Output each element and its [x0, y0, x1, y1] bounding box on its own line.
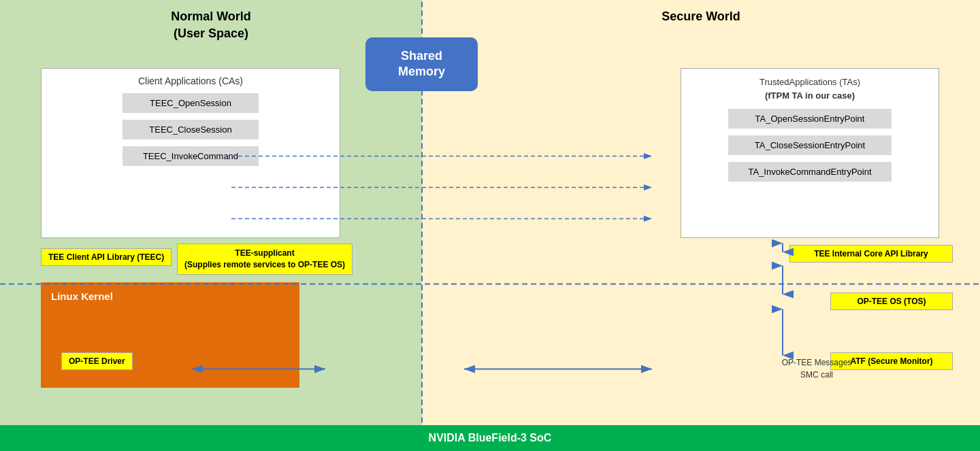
ta-item-invoke-command: TA_InvokeCommandEntryPoint: [728, 162, 892, 182]
shared-memory-label-pos: SharedMemory: [398, 49, 445, 78]
normal-world: Normal World(User Space) Client Applicat…: [0, 0, 422, 425]
tee-client-label: TEE Client API Library (TEEC): [41, 248, 172, 266]
ca-box-title: Client Applications (CAs): [52, 76, 329, 86]
ca-box: Client Applications (CAs) TEEC_OpenSessi…: [41, 68, 340, 238]
secure-world: Secure World TrustedApplications (TAs)(f…: [422, 0, 980, 425]
secure-world-title: Secure World: [422, 0, 980, 25]
tee-internal-label: TEE Internal Core API Library: [789, 245, 953, 263]
normal-world-title: Normal World(User Space): [0, 0, 422, 42]
tee-supplicant-line1: TEE-supplicant: [235, 248, 294, 258]
tee-supplicant-yellow-label: TEE-supplicant (Supplies remote services…: [177, 244, 353, 275]
optee-driver-yellow-label: OP-TEE Driver: [61, 352, 133, 370]
ta-box-title: TrustedApplications (TAs)(fTPM TA in our…: [691, 76, 928, 102]
nvidia-bar-text: NVIDIA BlueField-3 SoC: [429, 432, 552, 444]
tee-supplicant-label: TEE-supplicant (Supplies remote services…: [177, 244, 353, 275]
linux-kernel-title: Linux Kernel: [51, 290, 113, 302]
nvidia-bar: NVIDIA BlueField-3 SoC: [0, 425, 980, 451]
ta-box: TrustedApplications (TAs)(fTPM TA in our…: [681, 68, 939, 238]
ca-item-invoke-command: TEEC_InvokeCommand: [122, 146, 259, 166]
optee-driver-label: OP-TEE Driver: [61, 352, 180, 370]
tee-supplicant-line2: (Supplies remote services to OP-TEE OS): [184, 260, 345, 269]
optee-messages-line2: SMC call: [800, 370, 833, 380]
worlds-row: Normal World(User Space) Client Applicat…: [0, 0, 980, 425]
optee-messages-line1: OP-TEE Messages: [782, 358, 852, 367]
optee-os-label: OP-TEE OS (TOS): [830, 293, 953, 310]
ca-item-open-session: TEEC_OpenSession: [122, 93, 259, 113]
ca-item-close-session: TEEC_CloseSession: [122, 120, 259, 139]
optee-os-yellow-label: OP-TEE OS (TOS): [830, 293, 953, 310]
shared-memory-badge-positioned: SharedMemory: [365, 37, 478, 91]
tee-client-yellow-label: TEE Client API Library (TEEC): [41, 248, 172, 266]
linux-kernel-box: Linux Kernel: [41, 282, 299, 388]
ta-item-open-session: TA_OpenSessionEntryPoint: [728, 109, 892, 129]
messages-box: OP-TEE Messages SMC call: [749, 352, 885, 385]
tee-internal-yellow-label: TEE Internal Core API Library: [789, 245, 953, 263]
main-container: Normal World(User Space) Client Applicat…: [0, 0, 980, 451]
ta-item-close-session: TA_CloseSessionEntryPoint: [728, 135, 892, 155]
